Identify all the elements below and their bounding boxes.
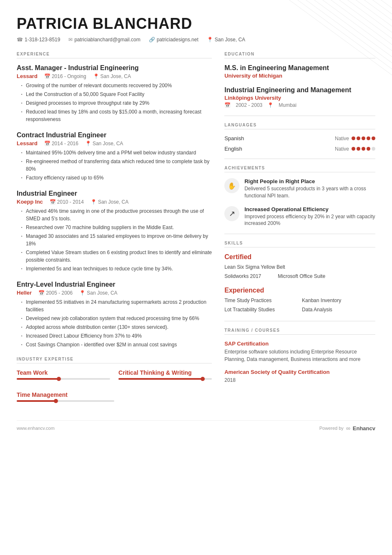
dot-s-5: [372, 136, 375, 140]
exp-entry-4: Entry-Level Industrial Engineer Heller 📅…: [17, 281, 212, 348]
exp-loc-4: 📍 San Jose, CA: [79, 290, 117, 296]
training-desc-1: Enterprise software solutions including …: [224, 348, 375, 363]
exp-meta-2: Lessard 📅 2014 - 2016 📍 San Jose, CA: [17, 140, 212, 146]
footer-brand: Powered by ∞ Enhancv: [319, 425, 375, 431]
exp-bullets-2: Maintained 95%-100% delivery time and a …: [17, 149, 212, 182]
achievement-content-1: Right People in Right Place Delivered 5 …: [244, 178, 375, 199]
website-contact: 🔗 patriciadesigns.net: [149, 37, 199, 43]
bullet-3-2: Researched over 70 machine building supp…: [20, 224, 212, 231]
industry-title: INDUSTRY EXPERTISE: [17, 357, 212, 363]
website-url: patriciadesigns.net: [157, 37, 199, 43]
bullet-3-4: Completed Value Stream studies on 6 exis…: [20, 249, 212, 264]
dot-e-5: [372, 147, 375, 151]
languages-title: LANGUAGES: [224, 123, 375, 129]
bullet-4-1: Implemented 5S initiatives in 24 manufac…: [20, 298, 212, 313]
location-contact: 📍 San Jose, CA: [207, 37, 245, 43]
edu-loc-2: Mumbai: [279, 102, 297, 108]
phone-number: 1-318-123-8519: [25, 37, 60, 43]
loc-icon-3: 📍: [90, 199, 97, 205]
bullet-3-3: Managed 30 associates and 15 salaried em…: [20, 232, 212, 247]
lang-row-spanish: Spanish Native: [224, 135, 375, 141]
expertise-critical-thinking: Critical Thinking & Writing: [118, 369, 212, 380]
achievement-2: ↗ Increased Operational Efficiency Impro…: [224, 206, 375, 227]
company-2: Lessard: [17, 140, 38, 146]
exp-loc-1: 📍 San Jose, CA: [93, 73, 131, 79]
training-title-2: American Society of Quality Certificatio…: [224, 369, 375, 375]
training-2: American Society of Quality Certificatio…: [224, 369, 375, 384]
calendar-icon-1: 📅: [44, 73, 50, 79]
enhancv-brand-name: Enhancv: [353, 425, 375, 431]
left-column: EXPERIENCE Asst. Manager - Industrial En…: [17, 52, 212, 408]
exp-date-1: 📅 2016 - Ongoing: [44, 73, 86, 79]
dot-s-2: [357, 136, 360, 140]
two-column-layout: EXPERIENCE Asst. Manager - Industrial En…: [17, 52, 375, 408]
email-address: patriciablanchard@gmail.com: [74, 37, 140, 43]
right-column: EDUCATION M.S. in Engineering Management…: [224, 52, 375, 408]
achievement-title-1: Right People in Right Place: [244, 178, 375, 184]
bullet-2-3: Factory efficiency raised up to 65%: [20, 174, 212, 182]
edu-date-icon-2: 📅: [224, 102, 231, 108]
bullet-1-4: Reduced lead times by 18% and costs by $…: [20, 108, 212, 123]
expertise-team-work: Team Work: [17, 369, 110, 380]
full-name: PATRICIA BLANCHARD: [17, 15, 375, 33]
divider-3: [224, 234, 375, 234]
achievement-desc-2: Improved process efficiency by 20% in 2 …: [244, 213, 375, 227]
divider-1: [224, 116, 375, 116]
certified-label: Certified: [224, 253, 375, 261]
achievement-1: ✋ Right People in Right Place Delivered …: [224, 178, 375, 199]
phone-icon: ☎: [17, 37, 23, 43]
spanish-label: Spanish: [224, 135, 244, 141]
kanban-tag: Kanban Inventory: [302, 298, 367, 303]
page-container: PATRICIA BLANCHARD ☎ 1-318-123-8519 ✉ pa…: [0, 0, 392, 444]
loc-icon-4: 📍: [79, 290, 85, 296]
achievements-section: ACHIEVEMENTS ✋ Right People in Right Pla…: [224, 166, 375, 227]
lot-tag: Lot Tractability Studies: [224, 307, 289, 313]
bullet-4-5: Cost Savings Champion - identified over …: [20, 341, 212, 348]
achievement-content-2: Increased Operational Efficiency Improve…: [244, 206, 375, 227]
exp-loc-2: 📍 San Jose, CA: [85, 141, 123, 146]
experienced-tags-grid: Time Study Practices Kanban Inventory Lo…: [224, 298, 375, 314]
training-section: TRAINING / COURSES SAP Certification Ent…: [224, 328, 375, 384]
team-work-fill: [17, 378, 59, 380]
achievement-title-2: Increased Operational Efficiency: [244, 206, 375, 212]
critical-thinking-fill: [118, 378, 203, 380]
ms-office-tag: Microsoft Office Suite: [278, 273, 325, 279]
certified-tags-row: Solidworks 2017 Microsoft Office Suite: [224, 273, 375, 281]
dot-e-2: [357, 147, 360, 151]
edu-meta-2: 📅 2002 - 2003 📍 Mumbai: [224, 102, 375, 108]
dot-e-1: [352, 147, 355, 151]
skills-section: SKILLS Certified Lean Six Sigma Yellow B…: [224, 241, 375, 314]
bullet-3-5: Implemented 5s and lean techniques to re…: [20, 265, 212, 272]
spanish-level: Native: [335, 136, 375, 141]
english-label: English: [224, 146, 242, 152]
exp-bullets-3: Achieved 46% time saving in one of the p…: [17, 207, 212, 272]
exp-meta-4: Heller 📅 2005 - 2006 📍 San Jose, CA: [17, 290, 212, 296]
training-title: TRAINING / COURSES: [224, 328, 375, 335]
exp-date-2: 📅 2014 - 2016: [44, 141, 78, 146]
edu-date-2: 2002 - 2003: [236, 102, 262, 108]
experience-title: EXPERIENCE: [17, 52, 212, 58]
email-icon: ✉: [68, 37, 73, 43]
calendar-icon-4: 📅: [38, 290, 45, 296]
location-text: San Jose, CA: [215, 37, 245, 43]
calendar-icon-2: 📅: [44, 141, 50, 146]
loc-icon-2: 📍: [85, 141, 91, 146]
achievement-icon-1: ✋: [224, 178, 239, 193]
team-work-bar: [17, 378, 110, 380]
solidworks-tag: Solidworks 2017: [224, 273, 261, 279]
edu-degree-1: M.S. in Engineering Management: [224, 64, 375, 72]
education-section: EDUCATION M.S. in Engineering Management…: [224, 52, 375, 108]
exp-bullets-1: Growing of the number of relevant docume…: [17, 82, 212, 123]
edu-entry-2: Industrial Engineering and Management Li…: [224, 86, 375, 108]
bullet-1-1: Growing of the number of relevant docume…: [20, 82, 212, 89]
exp-entry-3: Industrial Engineer Koepp Inc 📅 2010 - 2…: [17, 190, 212, 272]
achievements-title: ACHIEVEMENTS: [224, 166, 375, 172]
english-level-text: Native: [335, 146, 349, 152]
expertise-row-1: Team Work Critical Thinking & Writing: [17, 369, 212, 386]
exp-meta-1: Lessard 📅 2016 - Ongoing 📍 San Jose, CA: [17, 73, 212, 79]
exp-entry-1: Asst. Manager - Industrial Engineering L…: [17, 64, 212, 123]
bullet-4-4: Increased Direct Labour Efficiency from …: [20, 332, 212, 340]
team-work-label: Team Work: [17, 369, 110, 376]
location-icon: 📍: [207, 37, 213, 43]
time-study-tag: Time Study Practices: [224, 298, 289, 303]
